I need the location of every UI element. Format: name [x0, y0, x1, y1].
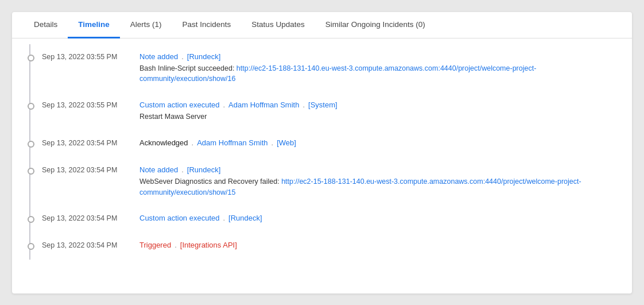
timeline-row: Sep 13, 2022 03:54 PMNote added . [Runde…	[29, 157, 620, 206]
timeline-time: Sep 13, 2022 03:54 PM	[42, 214, 139, 222]
dot-separator: .	[181, 52, 184, 61]
timeline-subtext: Bash Inline-Script succeeded: http://ec2…	[139, 63, 620, 85]
timeline-actor: [Rundeck]	[228, 214, 262, 222]
dot-separator: .	[174, 241, 177, 249]
dot-separator: .	[192, 138, 194, 147]
timeline-action: Note added	[139, 165, 178, 174]
timeline-time: Sep 13, 2022 03:54 PM	[42, 138, 139, 147]
timeline-row: Sep 13, 2022 03:54 PMTriggered . [Integr…	[29, 233, 620, 260]
tab-details[interactable]: Details	[24, 12, 68, 38]
timeline-content: Custom action executed . Adam Hoffman Sm…	[139, 101, 620, 122]
timeline-action: Custom action executed	[139, 214, 219, 222]
timeline-main-line: Acknowledged . Adam Hoffman Smith . [Web…	[139, 138, 620, 147]
timeline-content: Acknowledged . Adam Hoffman Smith . [Web…	[139, 138, 620, 149]
dot-separator: .	[302, 101, 305, 109]
timeline-row: Sep 13, 2022 03:54 PMCustom action execu…	[29, 206, 620, 233]
timeline-main-line: Custom action executed . Adam Hoffman Sm…	[139, 101, 620, 109]
timeline-subtext: WebSever Diagnostics and Recovery failed…	[139, 176, 620, 198]
tab-timeline[interactable]: Timeline	[68, 12, 120, 38]
timeline-action: Acknowledged	[139, 138, 188, 147]
dot-separator: .	[181, 165, 184, 174]
timeline-row: Sep 13, 2022 03:54 PMAcknowledged . Adam…	[29, 130, 620, 157]
timeline-content: Note added . [Rundeck]Bash Inline-Script…	[139, 52, 620, 85]
timeline-time: Sep 13, 2022 03:55 PM	[42, 52, 139, 61]
timeline-time: Sep 13, 2022 03:54 PM	[42, 241, 139, 249]
subtext-prefix: Restart Mawa Server	[139, 113, 207, 121]
timeline-row: Sep 13, 2022 03:55 PMNote added . [Runde…	[29, 44, 620, 93]
timeline-actor: [Rundeck]	[187, 165, 221, 174]
tab-past-incidents[interactable]: Past Incidents	[172, 12, 242, 38]
subtext-prefix: WebSever Diagnostics and Recovery failed…	[139, 177, 281, 186]
timeline-main-line: Note added . [Rundeck]	[139, 165, 620, 174]
dot-separator: .	[223, 101, 225, 109]
timeline-content: Triggered . [Integrations API]	[139, 241, 620, 252]
tab-status-updates[interactable]: Status Updates	[241, 12, 315, 38]
timeline-actor: [Web]	[277, 138, 296, 147]
timeline-time: Sep 13, 2022 03:54 PM	[42, 165, 139, 174]
timeline-actor: [Rundeck]	[187, 52, 221, 61]
timeline-actor: [System]	[308, 101, 337, 109]
incident-card: DetailsTimelineAlerts (1)Past IncidentsS…	[12, 12, 632, 294]
timeline-time: Sep 13, 2022 03:55 PM	[42, 101, 139, 109]
timeline-subtext: Restart Mawa Server	[139, 111, 620, 122]
timeline-section: Sep 13, 2022 03:55 PMNote added . [Runde…	[12, 38, 632, 272]
timeline-actor: [Integrations API]	[180, 241, 237, 249]
timeline-main-line: Custom action executed . [Rundeck]	[139, 214, 620, 222]
dot-separator: .	[223, 214, 225, 222]
timeline-content: Note added . [Rundeck]WebSever Diagnosti…	[139, 165, 620, 198]
timeline-second-actor: Adam Hoffman Smith	[197, 138, 267, 147]
timeline-main-line: Triggered . [Integrations API]	[139, 241, 620, 249]
timeline-content: Custom action executed . [Rundeck]	[139, 214, 620, 225]
timeline-row: Sep 13, 2022 03:55 PMCustom action execu…	[29, 92, 620, 130]
timeline-second-actor: Adam Hoffman Smith	[228, 101, 299, 109]
tab-alerts[interactable]: Alerts (1)	[120, 12, 172, 38]
timeline-action: Note added	[139, 52, 178, 61]
tab-bar: DetailsTimelineAlerts (1)Past IncidentsS…	[12, 12, 632, 38]
dot-separator: .	[271, 138, 274, 147]
timeline-action: Triggered	[139, 241, 171, 249]
tab-similar-ongoing[interactable]: Similar Ongoing Incidents (0)	[315, 12, 436, 38]
timeline-action: Custom action executed	[139, 101, 219, 109]
subtext-prefix: Bash Inline-Script succeeded:	[139, 64, 236, 72]
timeline-main-line: Note added . [Rundeck]	[139, 52, 620, 61]
